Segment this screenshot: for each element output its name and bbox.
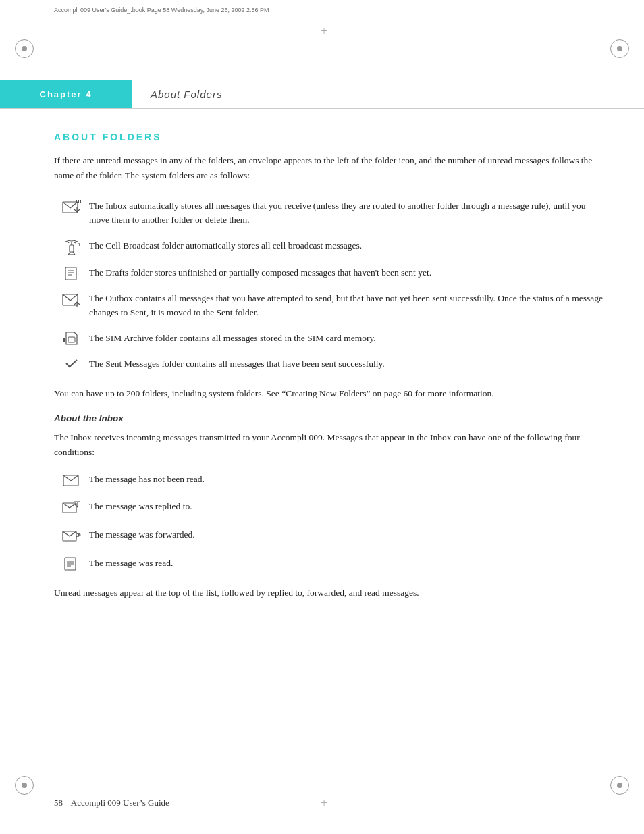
list-item: The message was read.	[54, 556, 603, 571]
list-item: The Sent Messages folder contains all me…	[54, 357, 603, 371]
main-content: ABOUT FOLDERS If there are unread messag…	[54, 132, 603, 766]
list-item: The message has not been read.	[54, 472, 603, 488]
read-text: The message was read.	[89, 556, 603, 571]
chapter-bar: Chapter 4 About Folders	[0, 80, 644, 108]
replied-text: The message was replied to.	[89, 499, 603, 514]
svg-rect-11	[65, 267, 76, 280]
footer-rule	[0, 785, 644, 785]
sent-text: The Sent Messages folder contains all me…	[89, 357, 603, 371]
inbox-icon-list: The message has not been read. The messa…	[54, 472, 603, 571]
unread-icon	[54, 472, 89, 488]
chapter-label: Chapter 4	[40, 89, 92, 99]
list-item: The Outbox contains all messages that yo…	[54, 291, 603, 320]
registration-mark-tl	[15, 39, 34, 58]
chapter-tab: Chapter 4	[0, 80, 132, 108]
list-item: The Drafts folder stores unfinished or p…	[54, 265, 603, 280]
svg-rect-17	[68, 337, 75, 342]
chapter-rule	[0, 108, 644, 109]
inbox-intro: The Inbox receives incoming messages tra…	[54, 430, 603, 461]
footer-page-number: 58	[54, 798, 63, 808]
footer: 58 Accompli 009 User’s Guide	[54, 798, 603, 808]
svg-text:1: 1	[78, 242, 80, 248]
svg-line-8	[73, 252, 75, 255]
drafts-icon	[54, 265, 89, 280]
svg-rect-1	[76, 200, 77, 203]
svg-rect-2	[78, 200, 79, 203]
registration-mark-bl	[15, 776, 34, 795]
unread-text: The message has not been read.	[89, 472, 603, 487]
meta-line: Accompli 009 User's Guide_.book Page 58 …	[54, 7, 269, 14]
list-item: The message was replied to.	[54, 499, 603, 517]
replied-icon	[54, 499, 89, 517]
chapter-title-area: About Folders	[132, 88, 222, 100]
inbox-text: The Inbox automatically stores all messa…	[89, 199, 603, 228]
sim-text: The SIM Archive folder contains all mess…	[89, 331, 603, 346]
drafts-text: The Drafts folder stores unfinished or p…	[89, 265, 603, 280]
cross-mark-top	[317, 24, 331, 38]
registration-mark-tr	[610, 39, 629, 58]
outbox-text: The Outbox contains all messages that yo…	[89, 291, 603, 320]
list-item: The message was forwarded.	[54, 527, 603, 545]
list-item: The SIM Archive folder contains all mess…	[54, 331, 603, 346]
broadcast-text: The Cell Broadcast folder automatically …	[89, 238, 603, 253]
sent-icon	[54, 357, 89, 369]
svg-rect-5	[70, 245, 74, 252]
list-item: The Inbox automatically stores all messa…	[54, 199, 603, 228]
sim-icon	[54, 331, 89, 346]
section-heading: ABOUT FOLDERS	[54, 132, 603, 142]
inbox-note: Unread messages appear at the top of the…	[54, 585, 603, 600]
outbox-icon	[54, 291, 89, 309]
read-icon	[54, 556, 89, 571]
inbox-section-heading: About the Inbox	[54, 413, 603, 423]
folders-note: You can have up to 200 folders, includin…	[54, 386, 603, 401]
svg-rect-3	[80, 200, 81, 203]
inbox-icon	[54, 199, 89, 216]
list-item: 1 The Cell Broadcast folder automaticall…	[54, 238, 603, 255]
footer-guide-name: Accompli 009 User’s Guide	[67, 798, 169, 808]
chapter-title: About Folders	[151, 88, 222, 100]
forwarded-icon	[54, 527, 89, 545]
forwarded-text: The message was forwarded.	[89, 527, 603, 542]
intro-text: If there are unread messages in any of t…	[54, 153, 603, 184]
folder-icon-list: The Inbox automatically stores all messa…	[54, 199, 603, 371]
registration-mark-br	[610, 776, 629, 795]
broadcast-icon: 1	[54, 238, 89, 255]
svg-rect-18	[63, 338, 65, 342]
svg-line-7	[68, 252, 70, 255]
